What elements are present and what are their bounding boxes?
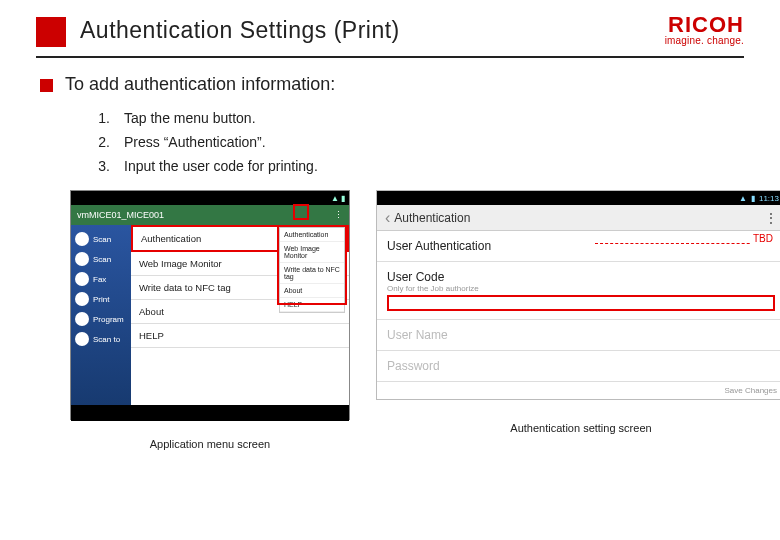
figure-caption-right: Authentication setting screen: [376, 422, 780, 434]
android-navbar: [71, 405, 349, 421]
title-bullet-block: [36, 17, 66, 47]
step-item: 3.Input the user code for printing.: [96, 155, 740, 179]
sidebar-item: Scan to: [71, 329, 131, 349]
auth-settings-screenshot: ▲▮11:13 Authentication ⋮ User Authentica…: [376, 190, 780, 400]
feature-icon: [75, 292, 89, 306]
brand-logo: RICOH imagine. change.: [665, 14, 744, 46]
device-name: vmMICE01_MICE001: [77, 210, 164, 220]
section-heading: To add authentication information:: [65, 74, 335, 95]
step-item: 2.Press “Authentication”.: [96, 131, 740, 155]
overflow-menu-icon[interactable]: ⋮: [334, 210, 343, 220]
app-menu-screenshot: ▲▮ vmMICE01_MICE001 ⋮ Authentication Web…: [70, 190, 350, 420]
settings-toolbar: Authentication ⋮: [377, 205, 780, 231]
step-number: 2.: [96, 131, 110, 155]
overflow-menu-icon[interactable]: ⋮: [765, 211, 777, 225]
sidebar-item: Fax: [71, 269, 131, 289]
wifi-icon: ▲: [739, 194, 747, 203]
highlight-user-code-input: [387, 295, 775, 311]
clock: 11:13: [759, 194, 779, 203]
row-user-code[interactable]: User Code Only for the Job authorize: [377, 262, 780, 320]
back-icon[interactable]: [385, 209, 394, 227]
brand-tagline: imagine. change.: [665, 36, 744, 46]
step-number: 1.: [96, 107, 110, 131]
step-text: Press “Authentication”.: [124, 131, 266, 155]
sidebar-item: Print: [71, 289, 131, 309]
steps-list: 1.Tap the menu button. 2.Press “Authenti…: [96, 107, 740, 178]
save-changes-label[interactable]: Save Changes: [377, 382, 780, 399]
highlight-menu-button: [293, 204, 309, 220]
android-status-bar: ▲▮: [71, 191, 349, 205]
bullet-icon: [40, 79, 53, 92]
figure-caption-left: Application menu screen: [70, 438, 350, 450]
row-user-name: User Name: [377, 320, 780, 351]
feature-icon: [75, 252, 89, 266]
page-title: Authentication Settings (Print): [80, 17, 400, 44]
feature-icon: [75, 332, 89, 346]
callout-line: [595, 243, 775, 244]
brand-name: RICOH: [665, 14, 744, 36]
battery-icon: ▮: [341, 194, 345, 203]
feature-icon: [75, 232, 89, 246]
step-text: Tap the menu button.: [124, 107, 256, 131]
menu-item-help[interactable]: HELP: [131, 324, 349, 348]
feature-icon: [75, 312, 89, 326]
feature-icon: [75, 272, 89, 286]
row-user-authentication[interactable]: User Authentication TBD: [377, 231, 780, 262]
sidebar-item: Scan: [71, 229, 131, 249]
app-sidebar: Scan Scan Fax Print Program Scan to: [71, 225, 131, 405]
android-status-bar: ▲▮11:13: [377, 191, 780, 205]
tbd-label: TBD: [751, 233, 775, 244]
step-text: Input the user code for printing.: [124, 155, 318, 179]
screen-title: Authentication: [394, 211, 765, 225]
step-item: 1.Tap the menu button.: [96, 107, 740, 131]
wifi-icon: ▲: [331, 194, 339, 203]
battery-icon: ▮: [751, 194, 755, 203]
row-password: Password: [377, 351, 780, 382]
sidebar-item: Scan: [71, 249, 131, 269]
sidebar-item: Program: [71, 309, 131, 329]
highlight-dropdown: [277, 225, 347, 305]
step-number: 3.: [96, 155, 110, 179]
